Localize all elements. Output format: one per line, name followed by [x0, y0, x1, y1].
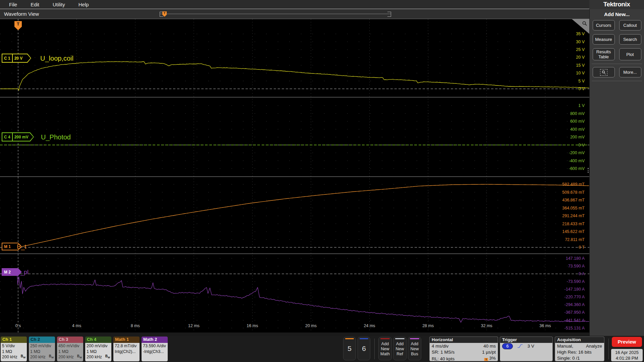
channel-badge-ch-3[interactable]: Ch 3450 mV/div1 MΩ200 kHzBW — [57, 337, 83, 361]
channel-scale: 200 mV/div — [87, 343, 111, 349]
trigger-level: 3 V — [528, 344, 534, 349]
color-stripe — [395, 338, 404, 339]
horizontal-scale: 4 ms/div — [432, 343, 448, 349]
add-new-bus-button[interactable]: AddNewBus — [408, 337, 421, 360]
add-new-math-button[interactable]: AddNewMath — [378, 337, 392, 360]
slider-right-bracket[interactable] — [387, 12, 391, 17]
waveform-plot[interactable]: C 120 VU_loop,coilC 4200 mVU_PhotodM 1B_… — [0, 19, 590, 333]
badge-body: C 120 V — [2, 54, 31, 62]
sidebar-button-search[interactable]: Search — [619, 34, 641, 45]
scope-button-label: 6 — [362, 345, 366, 353]
bandwidth-limit-icon: BW — [21, 354, 25, 361]
sample-rate: SR: 1 MS/s — [432, 349, 454, 355]
math-expression: Intg(Ch2)... — [115, 349, 140, 355]
channel-scale: 72.8 mT/div — [115, 343, 140, 349]
bandwidth-limit-icon: BW — [105, 354, 110, 361]
channel-scale: 450 mV/div — [58, 343, 83, 349]
badge-body: C 4200 mV — [2, 133, 33, 141]
scope-button-6[interactable]: 6 — [358, 337, 370, 360]
sidebar-button-results-table[interactable]: Results Table — [593, 48, 615, 60]
channel-info: 450 mV/div1 MΩ200 kHzBW — [57, 343, 83, 361]
channel-name: Ch 2 — [29, 337, 55, 343]
channel-info: 200 mV/div1 MΩ200 kHzBW — [85, 343, 111, 361]
acquisition-panel[interactable]: Acquisition Manual, Analyze High Res: 16… — [555, 337, 604, 361]
acquisition-mode: Manual, — [557, 343, 573, 349]
menu-help[interactable]: Help — [74, 2, 98, 7]
tekscope-app: FileEditUtilityHelp Tektronix Waveform V… — [0, 0, 644, 362]
channel-badge-ch-4[interactable]: Ch 4200 mV/div1 MΩ200 kHzBW — [85, 337, 111, 361]
right-sidebar: Add New... CursorsCalloutMeasureSearchRe… — [589, 9, 644, 336]
sidebar-button-measure[interactable]: Measure — [593, 34, 615, 45]
menu-edit[interactable]: Edit — [26, 2, 48, 7]
zoom-select-icon — [600, 69, 607, 76]
preview-button[interactable]: Preview — [612, 337, 642, 347]
channel-badge-math-2[interactable]: Math 273.590 A/div-Intg(Ch3... — [142, 337, 168, 361]
badge-id: C 1 — [2, 56, 12, 61]
record-length: RL: 40 kpts — [432, 356, 454, 362]
channel-info: 5 V/div1 MΩ200 kHzBW — [1, 343, 27, 361]
channel-badge-m-1[interactable]: M 1 — [2, 243, 22, 250]
sidebar-divider — [592, 64, 642, 64]
channel-name: Math 2 — [142, 337, 168, 343]
trace-u-loop-coil[interactable] — [1, 62, 589, 90]
time: 4:01:28 PM — [611, 355, 643, 361]
more-button[interactable]: More... — [619, 67, 641, 77]
channel-badge-c-4[interactable]: C 4200 mV — [2, 132, 34, 141]
badge-scale: 20 V — [13, 56, 24, 61]
tab-waveform-view[interactable]: Waveform View — [0, 9, 39, 19]
badge-id: C 4 — [2, 135, 12, 139]
color-stripe — [360, 338, 368, 339]
badge-id: M 1 — [2, 244, 12, 249]
sidebar-button-cursors[interactable]: Cursors — [593, 20, 615, 31]
channel-scale: 250 mV/div — [30, 343, 55, 349]
channel-badge-math-1[interactable]: Math 172.8 mT/divIntg(Ch2)... — [113, 337, 140, 361]
channel-info: 73.590 A/div-Intg(Ch3... — [142, 343, 168, 361]
menu-file[interactable]: File — [5, 2, 26, 7]
rising-edge-icon — [517, 344, 524, 349]
sidebar-divider — [592, 81, 642, 81]
channel-badge-ch-1[interactable]: Ch 15 V/div1 MΩ200 kHzBW — [1, 337, 27, 361]
add-new-header: Add New... — [590, 11, 644, 17]
acquisition-resolution: High Res: 16 bits — [557, 349, 602, 355]
trigger-panel[interactable]: Trigger 6 3 V — [500, 337, 553, 361]
horizontal-panel-title: Horizontal — [430, 337, 498, 343]
horizontal-position-slider[interactable]: T — [160, 11, 391, 17]
sidebar-button-callout[interactable]: Callout — [619, 20, 641, 31]
sample-interval: 1 µs/pt — [482, 349, 496, 355]
sidebar-button-plot[interactable]: Plot — [619, 48, 641, 60]
badge-scale: 200 mV — [13, 135, 30, 139]
tektronix-logo: Tektronix — [589, 0, 644, 9]
menu-utility[interactable]: Utility — [48, 2, 74, 7]
horizontal-window: 40 ms — [483, 343, 496, 349]
divider — [374, 339, 375, 359]
add-new-label: AddNewRef — [395, 342, 404, 357]
channel-badge-c-1[interactable]: C 120 V — [2, 54, 31, 63]
datetime-display: 16 Apr 2025 4:01:28 PM — [611, 349, 643, 361]
bandwidth-limit-icon: BW — [49, 354, 54, 361]
bandwidth-limit-icon: BW — [77, 354, 82, 361]
color-stripe — [380, 338, 389, 339]
divider — [608, 339, 609, 359]
color-stripe — [345, 338, 354, 339]
scope-button-5[interactable]: 5 — [343, 337, 356, 360]
zoom-select-button[interactable] — [593, 67, 615, 77]
waveform-view-tabbar: Waveform View T — [0, 9, 589, 19]
badge-id: M 2 — [2, 270, 12, 275]
trigger-source-badge: 6 — [502, 343, 513, 349]
trace-b-t[interactable] — [18, 184, 589, 247]
channel-name: Ch 4 — [85, 337, 111, 343]
menu-bar: FileEditUtilityHelp Tektronix — [0, 0, 644, 9]
bottom-control-bar: Ch 15 V/div1 MΩ200 kHzBWCh 2250 mV/div1 … — [0, 336, 644, 362]
channel-name: Ch 3 — [57, 337, 83, 343]
add-new-ref-button[interactable]: AddNewRef — [393, 337, 407, 360]
trigger-position-icon: T — [484, 358, 488, 361]
acquisition-panel-title: Acquisition — [555, 337, 604, 343]
acquisition-analyze: Analyze — [586, 343, 602, 349]
channel-badge-ch-2[interactable]: Ch 2250 mV/div1 MΩ200 kHzBW — [29, 337, 55, 361]
color-stripe — [410, 338, 419, 339]
badge-body: M 1 — [2, 243, 21, 250]
math-expression: -Intg(Ch3... — [143, 349, 168, 355]
trace-i-pl[interactable] — [0, 270, 589, 322]
horizontal-panel[interactable]: Horizontal 4 ms/div 40 ms SR: 1 MS/s 1 µ… — [429, 337, 498, 361]
channel-badge-m-2[interactable]: M 2 — [2, 268, 22, 276]
